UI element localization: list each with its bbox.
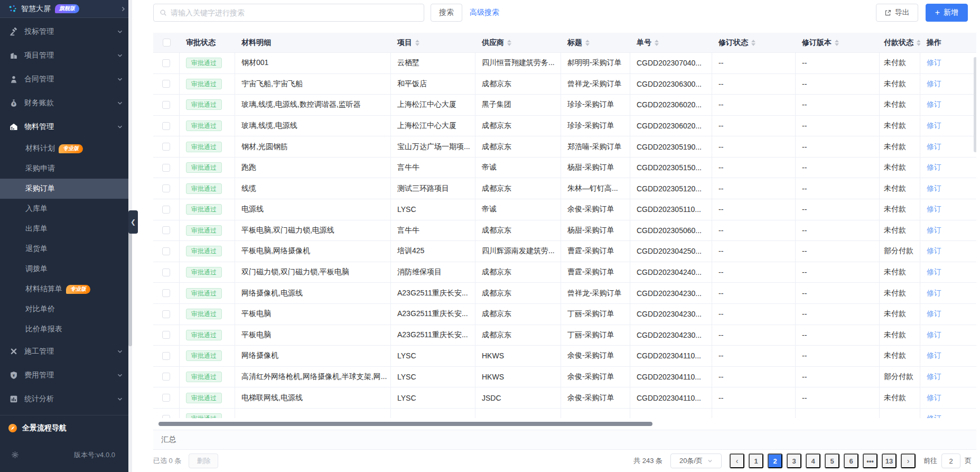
sidebar-item-price-compare-report[interactable]: 比价单报表: [0, 319, 132, 339]
pagination-page-1[interactable]: 1: [749, 454, 763, 468]
column-header-payment-status[interactable]: 付款状态: [880, 33, 920, 52]
sort-caret-icon[interactable]: [917, 40, 920, 46]
row-checkbox[interactable]: [162, 80, 170, 88]
sidebar-item-contract-management[interactable]: 合同管理: [0, 67, 132, 91]
sidebar-item-material-settlement[interactable]: 材料结算单专业版: [0, 279, 132, 299]
sidebar-item-construction-management[interactable]: 施工管理: [0, 339, 132, 363]
revise-link[interactable]: 修订: [927, 372, 941, 382]
search-button[interactable]: 搜索: [431, 4, 462, 22]
row-checkbox[interactable]: [162, 122, 170, 130]
export-button[interactable]: 导出: [876, 4, 918, 22]
row-checkbox[interactable]: [162, 310, 170, 318]
stamp-icon: [10, 75, 18, 84]
revise-link[interactable]: 修订: [927, 79, 941, 89]
column-header-supplier[interactable]: 供应商: [475, 33, 561, 52]
revise-link[interactable]: 修订: [927, 163, 941, 172]
vertical-scrollbar-thumb[interactable]: [974, 57, 976, 152]
row-checkbox[interactable]: [162, 331, 170, 339]
horizontal-scrollbar-thumb[interactable]: [158, 422, 652, 426]
row-checkbox[interactable]: [162, 184, 170, 192]
pagination-page-5[interactable]: 5: [825, 454, 839, 468]
row-checkbox[interactable]: [162, 352, 170, 360]
revise-link[interactable]: 修订: [927, 100, 941, 109]
revise-link[interactable]: 修订: [927, 393, 941, 403]
column-header-revision-status[interactable]: 修订状态: [712, 33, 796, 52]
revise-link[interactable]: 修订: [927, 267, 941, 277]
sidebar-scrollbar-thumb[interactable]: [128, 227, 132, 346]
sidebar-item-material-management[interactable]: 物料管理: [0, 115, 132, 138]
sidebar-item-bid-management[interactable]: 投标管理: [0, 20, 132, 43]
sidebar-item-material-plan[interactable]: 材料计划专业版: [0, 138, 132, 159]
revise-link[interactable]: 修订: [927, 246, 941, 256]
column-header-revision-version[interactable]: 修订版本: [796, 33, 880, 52]
pagination-page-13[interactable]: 13: [882, 454, 897, 468]
pagination-page-6[interactable]: 6: [844, 454, 858, 468]
revise-link[interactable]: 修订: [927, 414, 941, 418]
revise-link[interactable]: 修订: [927, 226, 941, 235]
pagination-ellipsis[interactable]: •••: [863, 454, 878, 468]
row-checkbox[interactable]: [162, 164, 170, 172]
sidebar-item-inbound-order[interactable]: 入库单: [0, 199, 132, 219]
revise-link[interactable]: 修订: [927, 309, 941, 319]
cell-revision-version: --: [796, 199, 880, 220]
column-header-title[interactable]: 标题: [561, 33, 630, 52]
sidebar-subitem-label: 出库单: [25, 224, 48, 234]
column-header-order-no[interactable]: 单号: [630, 33, 712, 52]
cell-payment-status: 未付款: [880, 283, 920, 303]
page-size-select[interactable]: 20条/页: [670, 454, 722, 468]
sidebar-item-outbound-order[interactable]: 出库单: [0, 219, 132, 239]
pagination-page-3[interactable]: 3: [787, 454, 801, 468]
row-checkbox[interactable]: [162, 247, 170, 255]
sort-caret-icon[interactable]: [507, 40, 511, 46]
sort-caret-icon[interactable]: [751, 40, 755, 46]
sidebar-item-panorama-flow-nav[interactable]: 全景流程导航: [0, 415, 132, 441]
row-checkbox[interactable]: [162, 59, 170, 67]
revise-link[interactable]: 修订: [927, 184, 941, 193]
row-checkbox[interactable]: [162, 101, 170, 109]
row-checkbox[interactable]: [162, 206, 170, 214]
toolbar: 搜索 高级搜索 导出 + 新增: [132, 0, 980, 25]
sort-caret-icon[interactable]: [415, 40, 419, 46]
sidebar-item-return-order[interactable]: 退货单: [0, 239, 132, 259]
column-header-project[interactable]: 项目: [391, 33, 475, 52]
sidebar-item-finance-accounts[interactable]: ¥财务账款: [0, 91, 132, 115]
sidebar-item-smart-dashboard[interactable]: 智慧大屏 旗舰版: [0, 0, 132, 18]
revise-link[interactable]: 修订: [927, 330, 941, 340]
sidebar-item-transfer-order[interactable]: 调拨单: [0, 259, 132, 279]
revise-link[interactable]: 修订: [927, 205, 941, 214]
sort-caret-icon[interactable]: [585, 40, 590, 46]
gear-icon[interactable]: [11, 451, 19, 459]
sidebar-item-statistics-analysis[interactable]: 统计分析: [0, 387, 132, 411]
sidebar-item-purchase-request[interactable]: 采购申请: [0, 159, 132, 179]
row-checkbox[interactable]: [162, 394, 170, 402]
row-checkbox[interactable]: [162, 269, 170, 276]
row-checkbox[interactable]: [162, 226, 170, 234]
sort-caret-icon[interactable]: [835, 40, 839, 46]
advanced-search-link[interactable]: 高级搜索: [470, 8, 499, 17]
add-button[interactable]: + 新增: [926, 4, 968, 22]
pagination-prev-button[interactable]: ‹: [730, 454, 744, 468]
row-checkbox[interactable]: [162, 289, 170, 297]
revise-link[interactable]: 修订: [927, 142, 941, 152]
sidebar-item-purchase-order[interactable]: 采购订单: [0, 179, 132, 199]
revise-link[interactable]: 修订: [927, 58, 941, 68]
revise-link[interactable]: 修订: [927, 289, 941, 298]
goto-page-input[interactable]: [941, 454, 960, 468]
pagination-page-4[interactable]: 4: [806, 454, 820, 468]
delete-button[interactable]: 删除: [189, 454, 218, 468]
row-checkbox[interactable]: [162, 143, 170, 151]
revise-link[interactable]: 修订: [927, 351, 941, 360]
pagination-page-2[interactable]: 2: [768, 454, 782, 468]
status-badge: 审批通过: [186, 288, 222, 299]
sidebar-item-unit-price-compare[interactable]: 对比单价: [0, 299, 132, 319]
sidebar-item-expense-management[interactable]: ¥费用管理: [0, 363, 132, 387]
row-checkbox[interactable]: [162, 373, 170, 381]
sidebar-item-project-management[interactable]: 项目管理: [0, 43, 132, 67]
sidebar-collapse-handle[interactable]: ❮: [128, 210, 138, 234]
revise-link[interactable]: 修订: [927, 121, 941, 131]
pagination-next-button[interactable]: ›: [901, 454, 916, 468]
header-checkbox[interactable]: [163, 39, 171, 47]
search-input[interactable]: [171, 8, 418, 17]
sort-caret-icon[interactable]: [655, 40, 659, 46]
cell-operation: 修订: [920, 367, 976, 387]
